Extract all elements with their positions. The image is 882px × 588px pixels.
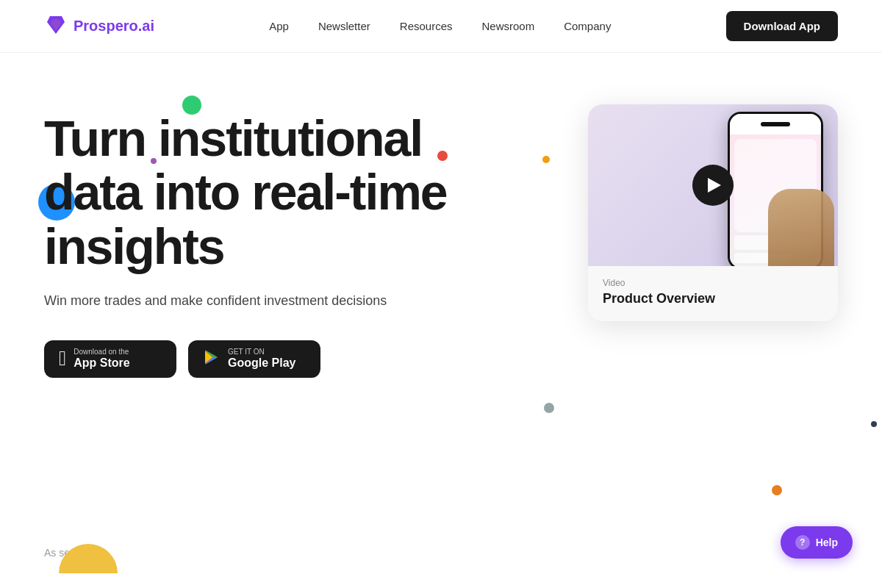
hero-content: Turn institutional data into real-time i…: [44, 97, 447, 378]
navbar: Prospero.ai App Newsletter Resources New…: [0, 0, 882, 53]
video-info: Video Product Overview: [588, 266, 838, 321]
hero-section: Turn institutional data into real-time i…: [0, 53, 882, 378]
play-triangle-icon: [708, 178, 721, 193]
hero-heading: Turn institutional data into real-time i…: [44, 112, 447, 273]
play-button[interactable]: [692, 165, 734, 206]
google-play-large-text: Google Play: [228, 356, 295, 370]
nav-download-button[interactable]: Download App: [726, 11, 838, 41]
nav-company[interactable]: Company: [564, 20, 611, 32]
google-play-text: GET IT ON Google Play: [228, 348, 295, 370]
decorative-dot-dot7: [871, 421, 877, 427]
nav-links: App Newsletter Resources Newsroom Compan…: [269, 20, 611, 32]
app-store-large-text: App Store: [74, 356, 129, 370]
brand-suffix: .ai: [138, 18, 154, 34]
hero-heading-line2: data into real-time: [44, 164, 447, 220]
nav-newsletter[interactable]: Newsletter: [318, 20, 370, 32]
google-play-button[interactable]: GET IT ON Google Play: [188, 340, 320, 377]
decorative-dot-dot8: [772, 485, 782, 495]
video-label: Video: [603, 278, 823, 288]
hand-decoration: [768, 189, 834, 266]
logo-icon: [44, 13, 68, 40]
help-label: Help: [816, 537, 838, 548]
video-title: Product Overview: [603, 291, 823, 306]
video-thumbnail: [588, 104, 838, 266]
hero-subtext: Win more trades and make confident inves…: [44, 291, 447, 311]
help-button[interactable]: ? Help: [781, 526, 853, 559]
nav-resources[interactable]: Resources: [400, 20, 453, 32]
google-play-small-text: GET IT ON: [228, 348, 265, 356]
hero-heading-line3: insights: [44, 218, 224, 274]
logo[interactable]: Prospero.ai: [44, 13, 154, 40]
app-store-text: Download on the App Store: [74, 348, 129, 370]
brand-prefix: Prospero: [74, 18, 138, 34]
apple-icon: : [59, 348, 66, 369]
store-buttons:  Download on the App Store G: [44, 340, 447, 377]
help-icon: ?: [795, 535, 810, 550]
video-card: Video Product Overview: [588, 104, 838, 321]
decorative-dot-dot6: [544, 403, 554, 413]
brand-name: Prospero.ai: [74, 18, 154, 35]
hero-heading-line1: Turn institutional: [44, 110, 422, 166]
app-store-small-text: Download on the: [74, 348, 129, 356]
app-store-button[interactable]:  Download on the App Store: [44, 340, 176, 377]
play-store-icon: [203, 348, 220, 369]
nav-app[interactable]: App: [269, 20, 289, 32]
nav-newsroom[interactable]: Newsroom: [482, 20, 535, 32]
